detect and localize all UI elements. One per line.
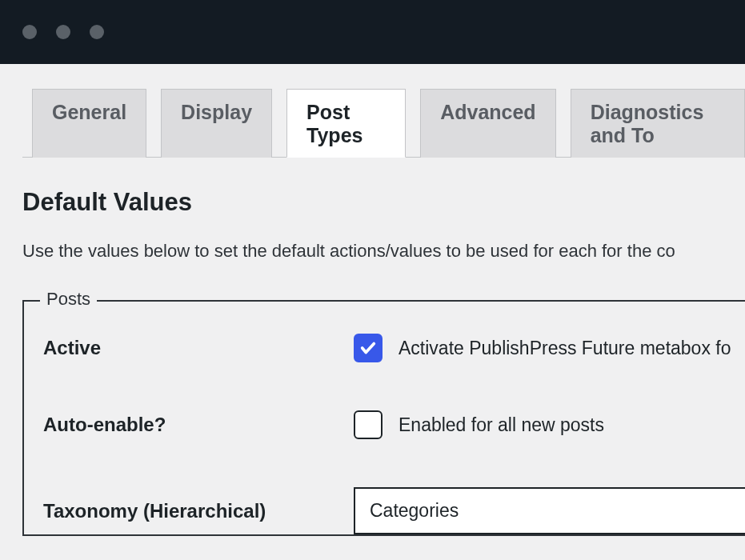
checkbox-active[interactable] [354,334,383,362]
section-description: Use the values below to set the default … [22,241,745,262]
tab-display[interactable]: Display [161,89,272,158]
checkbox-label-auto-enable: Enabled for all new posts [399,414,604,436]
label-active: Active [43,337,354,359]
checkbox-auto-enable[interactable] [354,410,383,439]
label-auto-enable: Auto-enable? [43,414,354,436]
check-icon [359,339,377,357]
select-taxonomy[interactable]: Categories [354,487,745,534]
posts-fieldset: Posts Active Activate PublishPress Futur… [22,300,745,536]
control-active: Activate PublishPress Future metabox fo [354,334,731,362]
maximize-traffic-light[interactable] [90,25,104,39]
tab-general[interactable]: General [32,89,146,158]
label-taxonomy: Taxonomy (Hierarchical) [43,500,354,522]
row-taxonomy: Taxonomy (Hierarchical) Categories [24,439,745,534]
minimize-traffic-light[interactable] [56,25,70,39]
fieldset-legend: Posts [40,289,97,310]
checkbox-label-active: Activate PublishPress Future metabox fo [399,338,731,359]
window-title-bar [0,0,745,64]
row-active: Active Activate PublishPress Future meta… [24,302,745,362]
section-title: Default Values [22,188,745,217]
tab-post-types[interactable]: Post Types [286,89,406,158]
row-auto-enable: Auto-enable? Enabled for all new posts [24,362,745,439]
control-auto-enable: Enabled for all new posts [354,410,604,439]
tabs-nav: General Display Post Types Advanced Diag… [22,88,745,158]
content-area: General Display Post Types Advanced Diag… [0,88,745,536]
close-traffic-light[interactable] [22,25,37,39]
control-taxonomy: Categories [354,487,745,534]
tab-diagnostics[interactable]: Diagnostics and To [571,89,745,158]
tab-advanced[interactable]: Advanced [420,89,555,158]
